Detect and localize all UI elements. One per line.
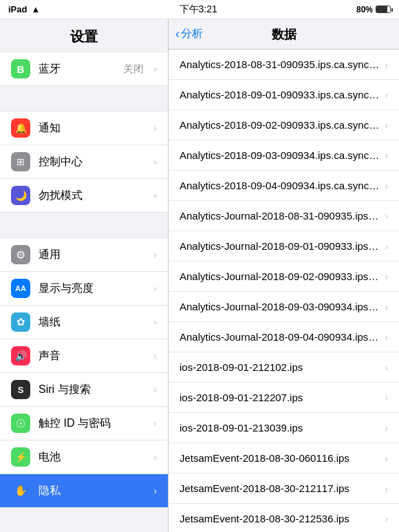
sidebar-title: 设置 (0, 19, 168, 52)
touch-id-label: 触控 ID 与密码 (39, 416, 144, 431)
file-name: Analytics-Journal-2018-08-31-090935.ips.… (180, 210, 379, 222)
sidebar-item-battery[interactable]: ⚡ 电池 › (0, 440, 168, 474)
list-item[interactable]: Analytics-Journal-2018-09-03-090934.ips.… (169, 292, 399, 322)
right-header: ‹ 分析 数据 (169, 19, 399, 50)
privacy-label: 隐私 (39, 484, 144, 498)
sidebar-item-siri[interactable]: S Siri 与搜索 › (0, 373, 168, 407)
list-item[interactable]: Analytics-2018-09-01-090933.ips.ca.synce… (169, 80, 399, 110)
file-name: ios-2018-09-01-213039.ips (180, 422, 379, 434)
list-chevron-icon: › (385, 513, 388, 524)
siri-icon: S (11, 380, 30, 399)
bluetooth-chevron: › (153, 63, 157, 74)
list-item[interactable]: Analytics-2018-09-04-090934.ips.ca.synce… (169, 171, 399, 201)
file-name: ios-2018-09-01-212102.ips (180, 361, 379, 373)
list-item[interactable]: Analytics-Journal-2018-09-02-090933.ips.… (169, 262, 399, 292)
list-chevron-icon: › (385, 120, 388, 131)
list-chevron-icon: › (385, 362, 388, 373)
sidebar-item-bluetooth[interactable]: B 蓝牙 关闭 › (0, 52, 168, 86)
file-name: Analytics-2018-09-03-090934.ips.ca.synce… (180, 149, 379, 161)
wallpaper-chevron: › (153, 317, 157, 328)
section-gap-3 (0, 508, 168, 532)
siri-chevron: › (153, 384, 157, 395)
list-chevron-icon: › (385, 89, 388, 100)
carrier-label: iPad (8, 4, 27, 14)
file-name: JetsamEvent-2018-08-30-212117.ips (180, 482, 379, 494)
privacy-chevron: › (153, 485, 157, 496)
file-name: Analytics-Journal-2018-09-02-090933.ips.… (180, 270, 379, 282)
status-left: iPad ▲ (8, 4, 40, 14)
list-chevron-icon: › (385, 211, 388, 222)
sidebar-item-sounds[interactable]: 🔊 声音 › (0, 339, 168, 373)
notifications-chevron: › (153, 123, 157, 134)
sidebar-item-general[interactable]: ⚙ 通用 › (0, 237, 168, 272)
sidebar-item-privacy[interactable]: ✋ 隐私 › (0, 474, 168, 508)
file-name: JetsamEvent-2018-08-30-212536.ips (180, 513, 379, 524)
list-item[interactable]: Analytics-2018-09-02-090933.ips.ca.synce… (169, 110, 399, 140)
list-item[interactable]: Analytics-2018-08-31-090935.ips.ca.synce… (169, 50, 399, 80)
notifications-icon: 🔔 (11, 118, 30, 138)
siri-label: Siri 与搜索 (39, 383, 144, 397)
list-chevron-icon: › (385, 150, 388, 161)
sidebar-item-display[interactable]: AA 显示与亮度 › (0, 272, 168, 306)
battery-icon-sidebar: ⚡ (11, 447, 30, 467)
privacy-icon: ✋ (11, 481, 30, 500)
notifications-label: 通知 (39, 121, 144, 136)
sidebar-item-touch-id[interactable]: ☉ 触控 ID 与密码 › (0, 407, 168, 440)
back-label: 分析 (181, 27, 203, 41)
wallpaper-label: 墙纸 (39, 315, 144, 330)
list-item[interactable]: Analytics-Journal-2018-09-04-090934.ips.… (169, 322, 399, 352)
battery-icon (376, 6, 391, 13)
sounds-label: 声音 (39, 349, 144, 363)
general-label: 通用 (39, 248, 144, 262)
file-name: Analytics-2018-08-31-090935.ips.ca.synce… (180, 58, 379, 70)
wifi-icon: ▲ (31, 4, 40, 14)
file-name: Analytics-2018-09-02-090933.ips.ca.synce… (180, 119, 379, 131)
display-icon: AA (11, 279, 30, 298)
battery-percent: 80% (356, 5, 373, 14)
bluetooth-icon: B (11, 59, 30, 78)
wallpaper-icon: ✿ (11, 312, 30, 332)
general-icon: ⚙ (11, 245, 30, 264)
battery-fill (376, 6, 387, 12)
file-name: Analytics-Journal-2018-09-03-090934.ips.… (180, 301, 379, 312)
file-name: Analytics-Journal-2018-09-04-090934.ips.… (180, 331, 379, 343)
dnd-label: 勿扰模式 (39, 189, 144, 203)
list-item[interactable]: JetsamEvent-2018-08-30-212536.ips › (169, 504, 399, 532)
list-item[interactable]: JetsamEvent-2018-08-30-060116.ips › (169, 443, 399, 474)
list-chevron-icon: › (385, 392, 388, 403)
sidebar: 设置 B 蓝牙 关闭 › 🔔 通知 › (0, 19, 169, 532)
list-item[interactable]: Analytics-2018-09-03-090934.ips.ca.synce… (169, 140, 399, 171)
list-chevron-icon: › (385, 241, 388, 252)
control-center-icon: ⊞ (11, 152, 30, 171)
list-chevron-icon: › (385, 423, 388, 434)
list-item[interactable]: JetsamEvent-2018-08-30-212117.ips › (169, 474, 399, 504)
general-chevron: › (153, 249, 157, 260)
right-panel: ‹ 分析 数据 Analytics-2018-08-31-090935.ips.… (169, 19, 399, 532)
touch-id-chevron: › (153, 418, 157, 429)
back-button[interactable]: ‹ 分析 (175, 27, 203, 41)
list-chevron-icon: › (385, 301, 388, 312)
list-chevron-icon: › (385, 453, 388, 464)
back-chevron-icon: ‹ (175, 27, 180, 41)
file-name: Analytics-Journal-2018-09-01-090933.ips.… (180, 240, 379, 252)
list-chevron-icon: › (385, 271, 388, 282)
bluetooth-label: 蓝牙 (39, 62, 115, 76)
sidebar-item-dnd[interactable]: 🌙 勿扰模式 › (0, 179, 168, 213)
list-item[interactable]: Analytics-Journal-2018-08-31-090935.ips.… (169, 201, 399, 231)
control-center-chevron: › (153, 156, 157, 167)
sidebar-item-control-center[interactable]: ⊞ 控制中心 › (0, 145, 168, 179)
sidebar-item-notifications[interactable]: 🔔 通知 › (0, 111, 168, 145)
list-item[interactable]: ios-2018-09-01-213039.ips › (169, 413, 399, 443)
bluetooth-value: 关闭 (123, 63, 144, 76)
right-panel-title: 数据 (272, 26, 296, 43)
list-item[interactable]: Analytics-Journal-2018-09-01-090933.ips.… (169, 231, 399, 262)
list-chevron-icon: › (385, 332, 388, 343)
status-time: 下午3:21 (180, 3, 217, 16)
sidebar-item-wallpaper[interactable]: ✿ 墙纸 › (0, 306, 168, 339)
list-item[interactable]: ios-2018-09-01-212102.ips › (169, 352, 399, 383)
list-chevron-icon: › (385, 59, 388, 70)
touch-id-icon: ☉ (11, 414, 30, 433)
right-file-list: Analytics-2018-08-31-090935.ips.ca.synce… (169, 50, 399, 532)
list-item[interactable]: ios-2018-09-01-212207.ips › (169, 383, 399, 413)
status-right: 80% (356, 5, 391, 14)
